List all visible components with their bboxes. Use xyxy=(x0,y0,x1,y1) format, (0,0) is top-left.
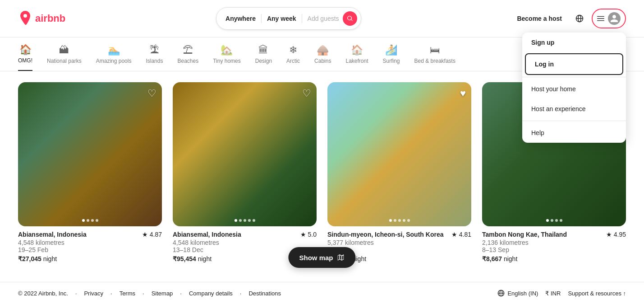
dot xyxy=(96,219,98,222)
dot xyxy=(398,219,401,222)
listing-price-1: ₹27,045 night xyxy=(18,255,162,262)
globe-icon xyxy=(575,14,584,23)
listing-location-3: Sindun-myeon, Icheon-si, South Korea xyxy=(327,231,443,238)
listing-location-1: Abiansemal, Indonesia xyxy=(18,231,87,238)
listing-location-2: Abiansemal, Indonesia xyxy=(173,231,241,238)
signup-item[interactable]: Sign up xyxy=(522,33,626,52)
listing-location-4: Tambon Nong Kae, Thailand xyxy=(482,231,567,238)
dot xyxy=(560,219,562,222)
login-item[interactable]: Log in xyxy=(526,54,622,74)
footer-dot: · xyxy=(75,290,77,297)
footer-dot: · xyxy=(180,290,182,297)
host-experience-item[interactable]: Host an experience xyxy=(522,99,626,119)
show-map-button[interactable]: Show map xyxy=(288,247,355,268)
footer-language-text: English (IN) xyxy=(507,290,538,297)
category-lakefront[interactable]: 🏠 Lakefront xyxy=(345,45,368,70)
search-bar[interactable]: Anywhere Any week Add guests xyxy=(216,7,361,30)
search-button[interactable] xyxy=(343,11,357,26)
dot xyxy=(551,219,553,222)
listing-dots-2 xyxy=(235,219,255,222)
dot xyxy=(235,219,237,222)
category-bed-breakfasts[interactable]: 🛏 Bed & breakfasts xyxy=(414,45,455,70)
header-right: Become a host xyxy=(511,9,626,28)
dot xyxy=(403,219,405,222)
category-beaches[interactable]: ⛱ Beaches xyxy=(177,45,198,70)
footer-dot: · xyxy=(110,290,112,297)
listing-info-4: Tambon Nong Kae, Thailand ★ 4.95 2,136 k… xyxy=(482,231,626,262)
search-anywhere[interactable]: Anywhere xyxy=(225,15,256,22)
cabins-icon: 🛖 xyxy=(317,45,329,55)
dot xyxy=(389,219,392,222)
svg-rect-5 xyxy=(597,20,604,21)
help-item[interactable]: Help xyxy=(522,123,626,143)
listing-dots-3 xyxy=(389,219,410,222)
footer-copyright: © 2022 Airbnb, Inc. xyxy=(18,290,68,297)
footer: © 2022 Airbnb, Inc. · Privacy · Terms · … xyxy=(0,282,644,304)
map-icon xyxy=(337,253,345,262)
listing-card-1[interactable]: ♡ Abiansemal, Indonesia ★ 4.87 4,548 kil… xyxy=(18,82,162,262)
wishlist-button-1[interactable]: ♡ xyxy=(147,88,156,99)
language-button[interactable] xyxy=(571,10,588,27)
category-arctic[interactable]: ❄ Arctic xyxy=(286,45,300,70)
wishlist-button-3[interactable]: ♥ xyxy=(460,88,466,99)
category-omg[interactable]: 🏠 OMG! xyxy=(18,45,32,71)
user-menu-button[interactable] xyxy=(592,9,626,28)
dropdown-menu: Sign up Log in Host your home Host an ex… xyxy=(522,33,626,143)
host-home-item[interactable]: Host your home xyxy=(522,79,626,99)
footer-sitemap-link[interactable]: Sitemap xyxy=(152,290,173,297)
listing-dates-1: 19–25 Feb xyxy=(18,246,162,253)
search-any-week[interactable]: Any week xyxy=(267,15,296,22)
listing-dots-1 xyxy=(82,219,98,222)
airbnb-logo-icon xyxy=(18,10,32,27)
footer-company-link[interactable]: Company details xyxy=(189,290,233,297)
listing-distance-1: 4,548 kilometres xyxy=(18,239,162,246)
listing-card-2[interactable]: ♡ Abiansemal, Indonesia ★ 5.0 4,548 kilo… xyxy=(173,82,317,262)
dot xyxy=(239,219,242,222)
show-map-label: Show map xyxy=(299,254,333,262)
listing-dots-4 xyxy=(546,219,562,222)
footer-dot: · xyxy=(143,290,144,297)
listing-dates-4: 8–13 Sep xyxy=(482,246,626,253)
search-icon xyxy=(346,15,354,22)
category-design[interactable]: 🏛 Design xyxy=(255,45,272,70)
category-tiny-homes[interactable]: 🏡 Tiny homes xyxy=(213,45,241,70)
search-divider-1 xyxy=(261,14,262,23)
category-cabins[interactable]: 🛖 Cabins xyxy=(314,45,331,70)
category-national-parks[interactable]: 🏔 National parks xyxy=(47,45,82,70)
footer-terms-link[interactable]: Terms xyxy=(120,290,135,297)
wishlist-button-2[interactable]: ♡ xyxy=(302,88,311,99)
design-icon: 🏛 xyxy=(258,45,268,55)
category-amazing-pools[interactable]: 🏊 Amazing pools xyxy=(96,45,132,70)
category-surfing[interactable]: 🏄 Surfing xyxy=(383,45,400,70)
listing-rating-4: ★ 4.95 xyxy=(606,231,626,238)
logo[interactable]: airbnb xyxy=(18,10,65,27)
svg-rect-4 xyxy=(597,18,604,19)
dot xyxy=(394,219,396,222)
category-islands[interactable]: 🏝 Islands xyxy=(146,45,163,70)
footer-language[interactable]: English (IN) xyxy=(497,290,538,297)
dot xyxy=(87,219,89,222)
listing-rating-1: ★ 4.87 xyxy=(142,231,162,238)
hamburger-icon xyxy=(597,15,604,22)
listing-distance-4: 2,136 kilometres xyxy=(482,239,626,246)
become-host-link[interactable]: Become a host xyxy=(511,9,567,28)
dot xyxy=(546,219,549,222)
footer-destinations-link[interactable]: Destinations xyxy=(248,290,281,297)
listing-card-3[interactable]: ♥ Sindun-myeon, Icheon-si, South Korea ★… xyxy=(327,82,471,262)
dropdown-divider-1 xyxy=(522,77,626,77)
dot xyxy=(82,219,85,222)
search-add-guests[interactable]: Add guests xyxy=(308,15,339,22)
footer-currency[interactable]: ₹ INR xyxy=(545,290,561,297)
footer-privacy-link[interactable]: Privacy xyxy=(84,290,103,297)
svg-rect-3 xyxy=(597,16,604,17)
national-parks-icon: 🏔 xyxy=(59,45,69,55)
dot xyxy=(248,219,251,222)
listing-image-1: ♡ xyxy=(18,82,162,226)
listing-rating-3: ★ 4.81 xyxy=(451,231,471,238)
footer-support[interactable]: Support & resources ↑ xyxy=(568,290,626,297)
surfing-icon: 🏄 xyxy=(385,45,397,55)
footer-right: English (IN) ₹ INR Support & resources ↑ xyxy=(497,290,626,297)
footer-left: © 2022 Airbnb, Inc. · Privacy · Terms · … xyxy=(18,290,281,297)
header: airbnb Anywhere Any week Add guests Beco… xyxy=(0,0,644,37)
islands-icon: 🏝 xyxy=(149,45,159,55)
